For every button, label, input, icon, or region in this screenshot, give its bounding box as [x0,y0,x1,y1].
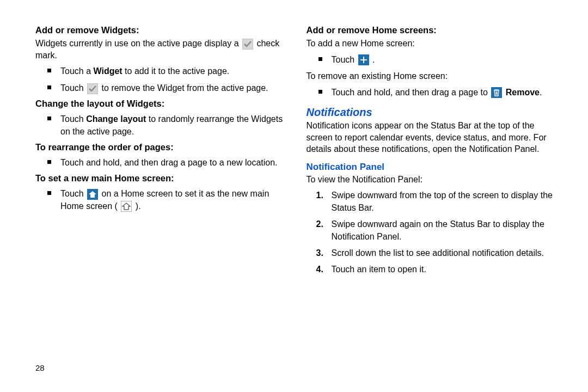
main-home-bullets: Touch on a Home screen to set it as the … [35,188,285,212]
text: Touch [60,114,86,124]
text-bold: Remove [506,88,540,97]
text: Widgets currently in use on the active p… [35,39,241,48]
text: Scroll down the list to see additional n… [332,248,544,258]
step-number: 3. [316,247,323,259]
list-item: Touch to remove the Widget from the acti… [35,82,285,94]
heading-add-remove-home: Add or remove Home screens: [307,25,556,35]
list-item: 2.Swipe downward again on the Status Bar… [307,218,556,243]
step-number: 2. [316,218,323,230]
trash-blue-icon [491,87,502,98]
left-column: Add or remove Widgets: Widgets currently… [35,22,301,381]
heading-add-remove-widgets: Add or remove Widgets: [35,25,285,35]
heading-change-layout: Change the layout of Widgets: [35,99,285,109]
list-item: Touch Change layout to randomly rearrang… [35,113,285,138]
add-home-intro: To add a new Home screen: [307,38,556,50]
list-item: Touch and hold, and then drag a page to … [307,87,556,99]
text: Touch [60,189,86,198]
step-number: 1. [316,189,323,201]
step-number: 4. [316,264,323,275]
plus-blue-icon [358,54,369,65]
notifications-intro: Notification icons appear on the Status … [307,120,556,155]
manual-page: Add or remove Widgets: Widgets currently… [0,0,588,392]
home-blue-icon [87,189,98,200]
remove-home-intro: To remove an existing Home screen: [307,70,556,82]
remove-home-bullets: Touch and hold, and then drag a page to … [307,87,556,99]
text: ). [133,201,140,211]
list-item: Touch and hold, and then drag a page to … [35,157,285,169]
list-item: Touch . [307,54,556,66]
heading-rearrange-pages: To rearrange the order of pages: [35,142,285,152]
text: . [540,88,542,97]
right-column: Add or remove Home screens: To add a new… [301,22,567,381]
home-outline-icon [121,201,132,212]
text: Touch a [60,66,93,76]
text: Touch and hold, and then drag a page to [332,88,491,97]
text-bold: Widget [93,66,122,76]
rearrange-bullets: Touch and hold, and then drag a page to … [35,157,285,169]
panel-steps: 1.Swipe downward from the top of the scr… [307,189,556,275]
svg-rect-5 [491,87,502,98]
list-item: Touch on a Home screen to set it as the … [35,188,285,212]
panel-intro: To view the Notification Panel: [307,174,556,186]
subsection-notification-panel: Notification Panel [307,162,556,173]
layout-bullets: Touch Change layout to randomly rearrang… [35,113,285,138]
checkmark-grey-icon [87,83,98,94]
text: Touch [60,83,86,93]
text: to add it to the active page. [122,66,230,76]
section-notifications: Notifications [307,106,556,119]
list-item: Touch a Widget to add it to the active p… [35,65,285,77]
widgets-intro: Widgets currently in use on the active p… [35,38,285,61]
text: Touch [332,55,357,64]
list-item: 4.Touch an item to open it. [307,264,556,275]
text: Swipe downward again on the Status Bar t… [332,219,544,241]
add-home-bullets: Touch . [307,54,556,66]
list-item: 3.Scroll down the list to see additional… [307,247,556,259]
list-item: 1.Swipe downward from the top of the scr… [307,189,556,214]
text: Swipe downward from the top of the scree… [332,191,553,212]
heading-main-home: To set a new main Home screen: [35,173,285,183]
checkmark-grey-icon [242,39,253,50]
text: . [370,55,375,64]
text-bold: Change layout [86,114,146,124]
text: to remove the Widget from the active pag… [99,83,268,93]
widgets-bullets: Touch a Widget to add it to the active p… [35,65,285,94]
text: Touch an item to open it. [332,265,426,274]
page-number: 28 [35,363,45,372]
